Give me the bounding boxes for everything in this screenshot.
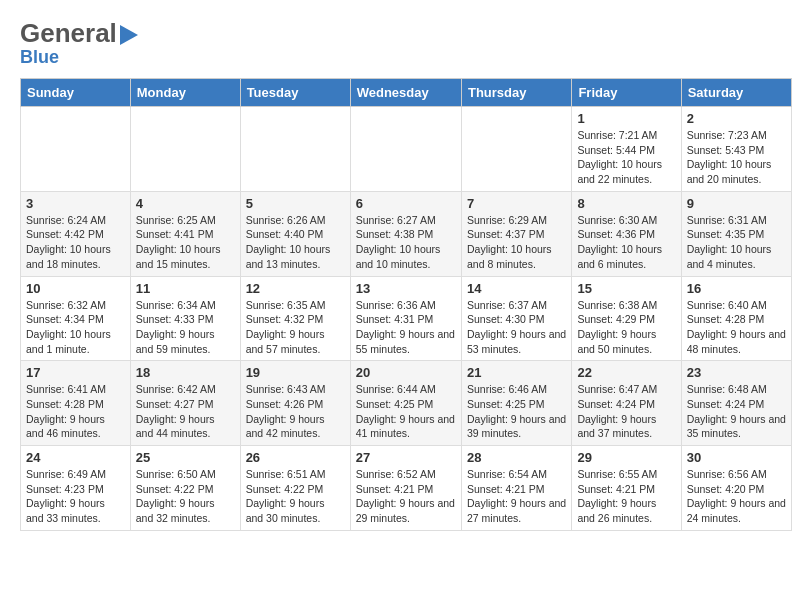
- day-number: 14: [467, 281, 566, 296]
- calendar-cell: 30Sunrise: 6:56 AM Sunset: 4:20 PM Dayli…: [681, 446, 791, 531]
- day-number: 19: [246, 365, 345, 380]
- logo-arrow-icon: [120, 25, 148, 45]
- day-info: Sunrise: 6:29 AM Sunset: 4:37 PM Dayligh…: [467, 213, 566, 272]
- svg-marker-0: [120, 25, 138, 45]
- calendar-cell: 23Sunrise: 6:48 AM Sunset: 4:24 PM Dayli…: [681, 361, 791, 446]
- calendar-cell: 16Sunrise: 6:40 AM Sunset: 4:28 PM Dayli…: [681, 276, 791, 361]
- calendar-cell: 9Sunrise: 6:31 AM Sunset: 4:35 PM Daylig…: [681, 191, 791, 276]
- calendar-cell: 5Sunrise: 6:26 AM Sunset: 4:40 PM Daylig…: [240, 191, 350, 276]
- calendar-table: SundayMondayTuesdayWednesdayThursdayFrid…: [20, 78, 792, 531]
- day-info: Sunrise: 7:21 AM Sunset: 5:44 PM Dayligh…: [577, 128, 675, 187]
- weekday-header-thursday: Thursday: [461, 79, 571, 107]
- day-number: 28: [467, 450, 566, 465]
- day-number: 7: [467, 196, 566, 211]
- day-info: Sunrise: 6:47 AM Sunset: 4:24 PM Dayligh…: [577, 382, 675, 441]
- weekday-header-wednesday: Wednesday: [350, 79, 461, 107]
- logo-general-text: General: [20, 18, 117, 49]
- day-info: Sunrise: 6:46 AM Sunset: 4:25 PM Dayligh…: [467, 382, 566, 441]
- day-info: Sunrise: 6:51 AM Sunset: 4:22 PM Dayligh…: [246, 467, 345, 526]
- day-info: Sunrise: 6:38 AM Sunset: 4:29 PM Dayligh…: [577, 298, 675, 357]
- day-info: Sunrise: 6:40 AM Sunset: 4:28 PM Dayligh…: [687, 298, 786, 357]
- calendar-week-5: 24Sunrise: 6:49 AM Sunset: 4:23 PM Dayli…: [21, 446, 792, 531]
- calendar-cell: 24Sunrise: 6:49 AM Sunset: 4:23 PM Dayli…: [21, 446, 131, 531]
- calendar-week-4: 17Sunrise: 6:41 AM Sunset: 4:28 PM Dayli…: [21, 361, 792, 446]
- day-number: 9: [687, 196, 786, 211]
- day-number: 1: [577, 111, 675, 126]
- day-info: Sunrise: 6:54 AM Sunset: 4:21 PM Dayligh…: [467, 467, 566, 526]
- day-info: Sunrise: 6:24 AM Sunset: 4:42 PM Dayligh…: [26, 213, 125, 272]
- day-info: Sunrise: 6:42 AM Sunset: 4:27 PM Dayligh…: [136, 382, 235, 441]
- calendar-cell: 13Sunrise: 6:36 AM Sunset: 4:31 PM Dayli…: [350, 276, 461, 361]
- day-info: Sunrise: 6:34 AM Sunset: 4:33 PM Dayligh…: [136, 298, 235, 357]
- day-number: 10: [26, 281, 125, 296]
- calendar-cell: [21, 107, 131, 192]
- day-number: 5: [246, 196, 345, 211]
- day-info: Sunrise: 6:26 AM Sunset: 4:40 PM Dayligh…: [246, 213, 345, 272]
- day-number: 26: [246, 450, 345, 465]
- day-info: Sunrise: 6:30 AM Sunset: 4:36 PM Dayligh…: [577, 213, 675, 272]
- logo-blue-text: Blue: [20, 47, 148, 68]
- day-number: 6: [356, 196, 456, 211]
- day-info: Sunrise: 6:56 AM Sunset: 4:20 PM Dayligh…: [687, 467, 786, 526]
- day-number: 23: [687, 365, 786, 380]
- calendar-cell: 25Sunrise: 6:50 AM Sunset: 4:22 PM Dayli…: [130, 446, 240, 531]
- day-number: 25: [136, 450, 235, 465]
- weekday-header-sunday: Sunday: [21, 79, 131, 107]
- calendar-container: SundayMondayTuesdayWednesdayThursdayFrid…: [0, 78, 792, 541]
- day-number: 27: [356, 450, 456, 465]
- calendar-cell: 7Sunrise: 6:29 AM Sunset: 4:37 PM Daylig…: [461, 191, 571, 276]
- calendar-week-2: 3Sunrise: 6:24 AM Sunset: 4:42 PM Daylig…: [21, 191, 792, 276]
- weekday-header-saturday: Saturday: [681, 79, 791, 107]
- day-info: Sunrise: 7:23 AM Sunset: 5:43 PM Dayligh…: [687, 128, 786, 187]
- day-number: 22: [577, 365, 675, 380]
- day-number: 12: [246, 281, 345, 296]
- day-info: Sunrise: 6:27 AM Sunset: 4:38 PM Dayligh…: [356, 213, 456, 272]
- calendar-cell: 21Sunrise: 6:46 AM Sunset: 4:25 PM Dayli…: [461, 361, 571, 446]
- day-info: Sunrise: 6:31 AM Sunset: 4:35 PM Dayligh…: [687, 213, 786, 272]
- calendar-cell: 26Sunrise: 6:51 AM Sunset: 4:22 PM Dayli…: [240, 446, 350, 531]
- day-number: 20: [356, 365, 456, 380]
- day-number: 16: [687, 281, 786, 296]
- day-number: 3: [26, 196, 125, 211]
- day-number: 2: [687, 111, 786, 126]
- day-number: 17: [26, 365, 125, 380]
- weekday-header-monday: Monday: [130, 79, 240, 107]
- day-info: Sunrise: 6:37 AM Sunset: 4:30 PM Dayligh…: [467, 298, 566, 357]
- weekday-header-friday: Friday: [572, 79, 681, 107]
- day-number: 15: [577, 281, 675, 296]
- day-info: Sunrise: 6:25 AM Sunset: 4:41 PM Dayligh…: [136, 213, 235, 272]
- calendar-cell: 11Sunrise: 6:34 AM Sunset: 4:33 PM Dayli…: [130, 276, 240, 361]
- logo: General Blue: [20, 18, 148, 68]
- calendar-cell: 1Sunrise: 7:21 AM Sunset: 5:44 PM Daylig…: [572, 107, 681, 192]
- calendar-week-3: 10Sunrise: 6:32 AM Sunset: 4:34 PM Dayli…: [21, 276, 792, 361]
- calendar-week-1: 1Sunrise: 7:21 AM Sunset: 5:44 PM Daylig…: [21, 107, 792, 192]
- day-info: Sunrise: 6:32 AM Sunset: 4:34 PM Dayligh…: [26, 298, 125, 357]
- page-header: General Blue: [0, 0, 792, 78]
- calendar-cell: 10Sunrise: 6:32 AM Sunset: 4:34 PM Dayli…: [21, 276, 131, 361]
- day-number: 24: [26, 450, 125, 465]
- day-number: 4: [136, 196, 235, 211]
- day-info: Sunrise: 6:41 AM Sunset: 4:28 PM Dayligh…: [26, 382, 125, 441]
- calendar-cell: 19Sunrise: 6:43 AM Sunset: 4:26 PM Dayli…: [240, 361, 350, 446]
- calendar-cell: 18Sunrise: 6:42 AM Sunset: 4:27 PM Dayli…: [130, 361, 240, 446]
- day-info: Sunrise: 6:44 AM Sunset: 4:25 PM Dayligh…: [356, 382, 456, 441]
- calendar-cell: 14Sunrise: 6:37 AM Sunset: 4:30 PM Dayli…: [461, 276, 571, 361]
- calendar-cell: 6Sunrise: 6:27 AM Sunset: 4:38 PM Daylig…: [350, 191, 461, 276]
- calendar-cell: [240, 107, 350, 192]
- calendar-cell: 12Sunrise: 6:35 AM Sunset: 4:32 PM Dayli…: [240, 276, 350, 361]
- day-info: Sunrise: 6:36 AM Sunset: 4:31 PM Dayligh…: [356, 298, 456, 357]
- day-number: 18: [136, 365, 235, 380]
- calendar-cell: 4Sunrise: 6:25 AM Sunset: 4:41 PM Daylig…: [130, 191, 240, 276]
- day-info: Sunrise: 6:35 AM Sunset: 4:32 PM Dayligh…: [246, 298, 345, 357]
- calendar-cell: 29Sunrise: 6:55 AM Sunset: 4:21 PM Dayli…: [572, 446, 681, 531]
- calendar-cell: [350, 107, 461, 192]
- calendar-cell: 8Sunrise: 6:30 AM Sunset: 4:36 PM Daylig…: [572, 191, 681, 276]
- weekday-header-tuesday: Tuesday: [240, 79, 350, 107]
- calendar-cell: 20Sunrise: 6:44 AM Sunset: 4:25 PM Dayli…: [350, 361, 461, 446]
- calendar-cell: [130, 107, 240, 192]
- day-number: 11: [136, 281, 235, 296]
- calendar-cell: [461, 107, 571, 192]
- calendar-cell: 28Sunrise: 6:54 AM Sunset: 4:21 PM Dayli…: [461, 446, 571, 531]
- calendar-cell: 15Sunrise: 6:38 AM Sunset: 4:29 PM Dayli…: [572, 276, 681, 361]
- day-info: Sunrise: 6:50 AM Sunset: 4:22 PM Dayligh…: [136, 467, 235, 526]
